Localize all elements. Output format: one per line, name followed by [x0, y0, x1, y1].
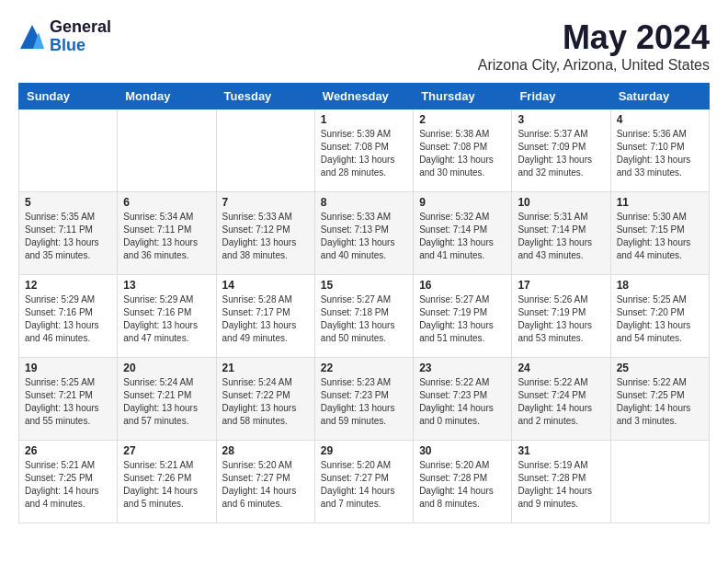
week-row-3: 12Sunrise: 5:29 AMSunset: 7:16 PMDayligh… — [19, 275, 710, 358]
column-header-wednesday: Wednesday — [314, 84, 413, 109]
day-cell: 12Sunrise: 5:29 AMSunset: 7:16 PMDayligh… — [19, 275, 118, 358]
logo-icon — [18, 23, 46, 51]
column-header-tuesday: Tuesday — [216, 84, 314, 109]
location-title: Arizona City, Arizona, United States — [478, 57, 710, 74]
day-cell — [610, 441, 709, 523]
day-cell: 16Sunrise: 5:27 AMSunset: 7:19 PMDayligh… — [414, 275, 512, 358]
day-cell: 9Sunrise: 5:32 AMSunset: 7:14 PMDaylight… — [414, 192, 512, 275]
day-info: Sunrise: 5:19 AMSunset: 7:28 PMDaylight:… — [518, 459, 604, 511]
day-number: 22 — [321, 362, 407, 374]
day-number: 30 — [419, 444, 506, 457]
header-row: SundayMondayTuesdayWednesdayThursdayFrid… — [19, 84, 710, 109]
logo: General Blue — [18, 18, 111, 55]
day-cell: 8Sunrise: 5:33 AMSunset: 7:13 PMDaylight… — [314, 192, 413, 275]
week-row-1: 1Sunrise: 5:39 AMSunset: 7:08 PMDaylight… — [19, 109, 710, 192]
day-number: 27 — [123, 444, 210, 457]
day-cell: 11Sunrise: 5:30 AMSunset: 7:15 PMDayligh… — [610, 192, 709, 275]
day-number: 18 — [617, 279, 703, 292]
day-info: Sunrise: 5:29 AMSunset: 7:16 PMDaylight:… — [123, 293, 210, 345]
day-number: 3 — [518, 113, 604, 126]
day-info: Sunrise: 5:34 AMSunset: 7:11 PMDaylight:… — [123, 211, 210, 262]
day-number: 26 — [25, 444, 111, 457]
column-header-thursday: Thursday — [414, 84, 512, 109]
day-cell: 30Sunrise: 5:20 AMSunset: 7:28 PMDayligh… — [414, 441, 512, 523]
week-row-4: 19Sunrise: 5:25 AMSunset: 7:21 PMDayligh… — [19, 358, 710, 441]
day-number: 25 — [617, 362, 703, 374]
column-header-sunday: Sunday — [19, 84, 118, 109]
day-number: 7 — [222, 196, 309, 209]
day-cell: 3Sunrise: 5:37 AMSunset: 7:09 PMDaylight… — [512, 109, 610, 192]
column-header-monday: Monday — [118, 84, 216, 109]
day-number: 23 — [419, 362, 506, 374]
week-row-5: 26Sunrise: 5:21 AMSunset: 7:25 PMDayligh… — [19, 441, 710, 523]
day-info: Sunrise: 5:33 AMSunset: 7:12 PMDaylight:… — [222, 211, 309, 262]
day-info: Sunrise: 5:20 AMSunset: 7:27 PMDaylight:… — [222, 459, 309, 511]
day-cell: 15Sunrise: 5:27 AMSunset: 7:18 PMDayligh… — [314, 275, 413, 358]
day-cell: 2Sunrise: 5:38 AMSunset: 7:08 PMDaylight… — [414, 109, 512, 192]
day-cell: 31Sunrise: 5:19 AMSunset: 7:28 PMDayligh… — [512, 441, 610, 523]
day-number: 16 — [419, 279, 506, 292]
day-number: 19 — [25, 362, 111, 374]
day-cell: 19Sunrise: 5:25 AMSunset: 7:21 PMDayligh… — [19, 358, 118, 441]
day-cell: 18Sunrise: 5:25 AMSunset: 7:20 PMDayligh… — [610, 275, 709, 358]
day-cell: 26Sunrise: 5:21 AMSunset: 7:25 PMDayligh… — [19, 441, 118, 523]
day-cell: 28Sunrise: 5:20 AMSunset: 7:27 PMDayligh… — [216, 441, 314, 523]
day-info: Sunrise: 5:21 AMSunset: 7:26 PMDaylight:… — [123, 459, 210, 511]
day-info: Sunrise: 5:22 AMSunset: 7:23 PMDaylight:… — [419, 376, 506, 428]
day-cell: 14Sunrise: 5:28 AMSunset: 7:17 PMDayligh… — [216, 275, 314, 358]
day-cell: 27Sunrise: 5:21 AMSunset: 7:26 PMDayligh… — [118, 441, 216, 523]
day-number: 11 — [617, 196, 703, 209]
day-cell: 1Sunrise: 5:39 AMSunset: 7:08 PMDaylight… — [314, 109, 413, 192]
day-cell: 29Sunrise: 5:20 AMSunset: 7:27 PMDayligh… — [314, 441, 413, 523]
day-number: 13 — [123, 279, 210, 292]
column-header-friday: Friday — [512, 84, 610, 109]
logo-blue: Blue — [50, 37, 111, 55]
day-info: Sunrise: 5:37 AMSunset: 7:09 PMDaylight:… — [518, 128, 604, 179]
page-header: General Blue May 2024 Arizona City, Ariz… — [18, 18, 710, 74]
day-number: 28 — [222, 444, 309, 457]
day-info: Sunrise: 5:32 AMSunset: 7:14 PMDaylight:… — [419, 211, 506, 262]
day-info: Sunrise: 5:27 AMSunset: 7:18 PMDaylight:… — [321, 293, 407, 345]
day-cell — [118, 109, 216, 192]
day-info: Sunrise: 5:35 AMSunset: 7:11 PMDaylight:… — [25, 211, 111, 262]
day-info: Sunrise: 5:36 AMSunset: 7:10 PMDaylight:… — [617, 128, 703, 179]
day-info: Sunrise: 5:29 AMSunset: 7:16 PMDaylight:… — [25, 293, 111, 345]
calendar-header: SundayMondayTuesdayWednesdayThursdayFrid… — [19, 84, 710, 109]
day-number: 24 — [518, 362, 604, 374]
week-row-2: 5Sunrise: 5:35 AMSunset: 7:11 PMDaylight… — [19, 192, 710, 275]
day-info: Sunrise: 5:33 AMSunset: 7:13 PMDaylight:… — [321, 211, 407, 262]
day-info: Sunrise: 5:20 AMSunset: 7:27 PMDaylight:… — [321, 459, 407, 511]
day-number: 14 — [222, 279, 309, 292]
day-cell: 22Sunrise: 5:23 AMSunset: 7:23 PMDayligh… — [314, 358, 413, 441]
day-info: Sunrise: 5:38 AMSunset: 7:08 PMDaylight:… — [419, 128, 506, 179]
day-number: 1 — [321, 113, 407, 126]
day-info: Sunrise: 5:28 AMSunset: 7:17 PMDaylight:… — [222, 293, 309, 345]
day-cell: 17Sunrise: 5:26 AMSunset: 7:19 PMDayligh… — [512, 275, 610, 358]
calendar-table: SundayMondayTuesdayWednesdayThursdayFrid… — [18, 83, 710, 523]
day-cell: 10Sunrise: 5:31 AMSunset: 7:14 PMDayligh… — [512, 192, 610, 275]
day-cell: 13Sunrise: 5:29 AMSunset: 7:16 PMDayligh… — [118, 275, 216, 358]
day-number: 8 — [321, 196, 407, 209]
day-cell: 21Sunrise: 5:24 AMSunset: 7:22 PMDayligh… — [216, 358, 314, 441]
day-cell: 6Sunrise: 5:34 AMSunset: 7:11 PMDaylight… — [118, 192, 216, 275]
day-info: Sunrise: 5:25 AMSunset: 7:21 PMDaylight:… — [25, 376, 111, 428]
day-info: Sunrise: 5:24 AMSunset: 7:21 PMDaylight:… — [123, 376, 210, 428]
title-section: May 2024 Arizona City, Arizona, United S… — [478, 18, 710, 74]
calendar-body: 1Sunrise: 5:39 AMSunset: 7:08 PMDaylight… — [19, 109, 710, 523]
day-number: 31 — [518, 444, 604, 457]
day-info: Sunrise: 5:24 AMSunset: 7:22 PMDaylight:… — [222, 376, 309, 428]
day-number: 10 — [518, 196, 604, 209]
day-info: Sunrise: 5:23 AMSunset: 7:23 PMDaylight:… — [321, 376, 407, 428]
logo-general: General — [50, 18, 111, 37]
day-number: 9 — [419, 196, 506, 209]
logo-text: General Blue — [50, 18, 111, 55]
column-header-saturday: Saturday — [610, 84, 709, 109]
day-cell: 25Sunrise: 5:22 AMSunset: 7:25 PMDayligh… — [610, 358, 709, 441]
day-number: 29 — [321, 444, 407, 457]
day-number: 21 — [222, 362, 309, 374]
day-number: 12 — [25, 279, 111, 292]
day-info: Sunrise: 5:20 AMSunset: 7:28 PMDaylight:… — [419, 459, 506, 511]
day-info: Sunrise: 5:30 AMSunset: 7:15 PMDaylight:… — [617, 211, 703, 262]
day-number: 2 — [419, 113, 506, 126]
day-info: Sunrise: 5:22 AMSunset: 7:24 PMDaylight:… — [518, 376, 604, 428]
